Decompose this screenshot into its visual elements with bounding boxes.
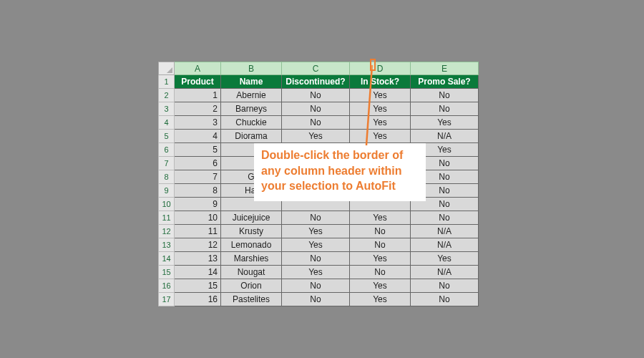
table-cell[interactable]: 5: [175, 143, 221, 157]
table-cell[interactable]: Krusty: [221, 225, 282, 238]
table-row: 32BarneysNoYesNo: [159, 102, 479, 116]
table-header-cell[interactable]: Name: [221, 75, 282, 89]
row-header-17[interactable]: 17: [159, 293, 175, 306]
table-header-cell[interactable]: Discontinued?: [282, 75, 350, 89]
table-row: 1615OrionNoYesNo: [159, 279, 479, 293]
table-cell[interactable]: 1: [175, 89, 221, 102]
table-cell[interactable]: Yes: [350, 211, 411, 225]
table-cell[interactable]: No: [411, 89, 479, 102]
table-cell[interactable]: 13: [175, 252, 221, 266]
table-cell[interactable]: No: [282, 116, 350, 130]
table-cell[interactable]: Pastelites: [221, 293, 282, 306]
table-cell[interactable]: Yes: [350, 293, 411, 306]
table-cell[interactable]: Chuckie: [221, 116, 282, 130]
row-header-10[interactable]: 10: [159, 198, 175, 211]
row-header-12[interactable]: 12: [159, 225, 175, 238]
table-cell[interactable]: Yes: [350, 102, 411, 116]
table-cell[interactable]: No: [411, 102, 479, 116]
table-cell[interactable]: Yes: [350, 279, 411, 293]
col-header-E[interactable]: E: [411, 62, 479, 75]
table-cell[interactable]: N/A: [411, 266, 479, 279]
select-all-corner[interactable]: [159, 62, 175, 75]
col-header-label: A: [195, 64, 200, 74]
table-cell[interactable]: 6: [175, 157, 221, 170]
table-cell[interactable]: Abernie: [221, 89, 282, 102]
table-cell[interactable]: Nougat: [221, 266, 282, 279]
table-row: 54DioramaYesYesN/A: [159, 130, 479, 143]
table-cell[interactable]: 9: [175, 198, 221, 211]
row-header-4[interactable]: 4: [159, 116, 175, 130]
table-cell[interactable]: 14: [175, 266, 221, 279]
col-header-label: E: [441, 64, 447, 74]
row-header-16[interactable]: 16: [159, 279, 175, 293]
table-cell[interactable]: Barneys: [221, 102, 282, 116]
table-cell[interactable]: No: [411, 279, 479, 293]
table-cell[interactable]: No: [282, 211, 350, 225]
table-cell[interactable]: No: [282, 252, 350, 266]
col-header-D[interactable]: D: [350, 62, 411, 75]
table-cell[interactable]: 8: [175, 184, 221, 198]
col-header-A[interactable]: A: [175, 62, 221, 75]
table-cell[interactable]: N/A: [411, 238, 479, 252]
table-cell[interactable]: 15: [175, 279, 221, 293]
col-header-B[interactable]: B: [221, 62, 282, 75]
table-cell[interactable]: Marshies: [221, 252, 282, 266]
table-cell[interactable]: No: [282, 279, 350, 293]
table-cell[interactable]: 11: [175, 225, 221, 238]
table-cell[interactable]: 12: [175, 238, 221, 252]
table-cell[interactable]: No: [411, 211, 479, 225]
table-cell[interactable]: Diorama: [221, 130, 282, 143]
table-cell[interactable]: No: [350, 225, 411, 238]
table-cell[interactable]: No: [282, 102, 350, 116]
table-header-cell[interactable]: In Stock?: [350, 75, 411, 89]
table-cell[interactable]: 3: [175, 116, 221, 130]
table-cell[interactable]: Yes: [350, 89, 411, 102]
table-cell[interactable]: Lemonado: [221, 238, 282, 252]
row-header-6[interactable]: 6: [159, 143, 175, 157]
table-cell[interactable]: Yes: [282, 238, 350, 252]
table-cell[interactable]: No: [282, 89, 350, 102]
table-row: 1312LemonadoYesNoN/A: [159, 238, 479, 252]
table-cell[interactable]: No: [350, 266, 411, 279]
table-cell[interactable]: 4: [175, 130, 221, 143]
row-header-8[interactable]: 8: [159, 170, 175, 184]
col-header-label: D: [377, 64, 384, 74]
table-cell[interactable]: Yes: [350, 252, 411, 266]
table-cell[interactable]: 16: [175, 293, 221, 306]
col-header-C[interactable]: C: [282, 62, 350, 75]
table-cell[interactable]: N/A: [411, 130, 479, 143]
col-resize-handle-E[interactable]: [476, 62, 480, 74]
table-header-cell[interactable]: Product: [175, 75, 221, 89]
table-cell[interactable]: Yes: [411, 252, 479, 266]
table-header-cell[interactable]: Promo Sale?: [411, 75, 479, 89]
table-cell[interactable]: Yes: [282, 130, 350, 143]
row-header-5[interactable]: 5: [159, 130, 175, 143]
col-header-label: C: [313, 64, 319, 74]
row-header-15[interactable]: 15: [159, 266, 175, 279]
table-cell[interactable]: Yes: [282, 266, 350, 279]
table-cell[interactable]: No: [411, 293, 479, 306]
table-cell[interactable]: Juicejuice: [221, 211, 282, 225]
table-cell[interactable]: Yes: [411, 116, 479, 130]
row-header-1[interactable]: 1: [159, 75, 175, 89]
row-header-7[interactable]: 7: [159, 157, 175, 170]
table-cell[interactable]: Yes: [282, 225, 350, 238]
table-cell[interactable]: Yes: [350, 116, 411, 130]
table-cell[interactable]: Yes: [350, 130, 411, 143]
row-header-11[interactable]: 11: [159, 211, 175, 225]
row-header-3[interactable]: 3: [159, 102, 175, 116]
table-cell[interactable]: N/A: [411, 225, 479, 238]
table-row: 1110JuicejuiceNoYesNo: [159, 211, 479, 225]
table-cell[interactable]: No: [282, 293, 350, 306]
annotation-text: Double-click the border of any column he…: [261, 149, 403, 192]
table-cell[interactable]: No: [350, 238, 411, 252]
row-header-14[interactable]: 14: [159, 252, 175, 266]
row-header-2[interactable]: 2: [159, 89, 175, 102]
annotation-callout: Double-click the border of any column he…: [254, 143, 426, 201]
table-cell[interactable]: 2: [175, 102, 221, 116]
row-header-9[interactable]: 9: [159, 184, 175, 198]
table-cell[interactable]: 10: [175, 211, 221, 225]
table-cell[interactable]: 7: [175, 170, 221, 184]
table-cell[interactable]: Orion: [221, 279, 282, 293]
row-header-13[interactable]: 13: [159, 238, 175, 252]
